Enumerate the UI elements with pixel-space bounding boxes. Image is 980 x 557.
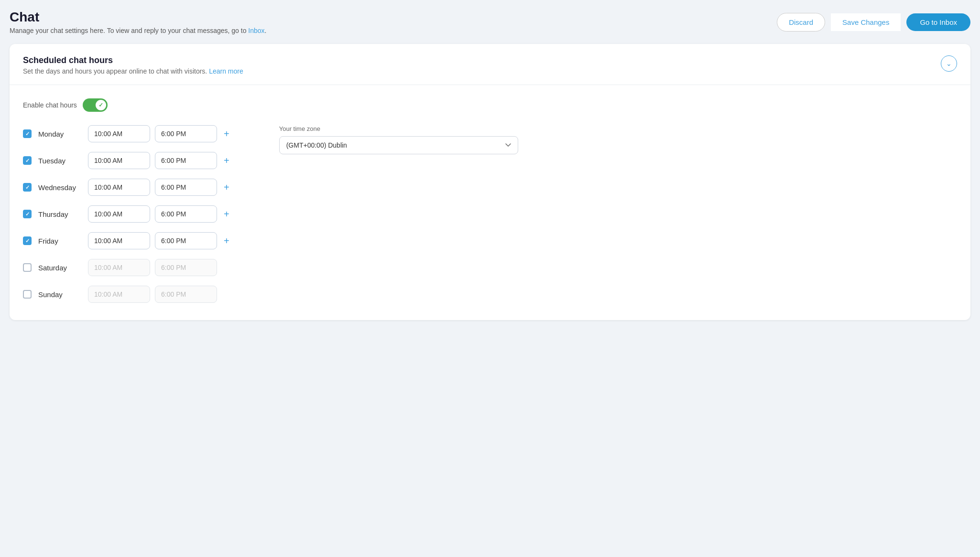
end-time-friday[interactable] [155, 232, 217, 249]
day-row: Wednesday+ [23, 179, 231, 196]
start-time-thursday[interactable] [88, 205, 150, 223]
day-name-friday: Friday [38, 237, 81, 245]
start-time-wednesday[interactable] [88, 179, 150, 196]
page-header: Chat Manage your chat settings here. To … [10, 10, 970, 34]
collapse-button[interactable]: ⌄ [941, 55, 957, 72]
add-slot-button-friday[interactable]: + [222, 236, 231, 246]
toggle-thumb [96, 100, 106, 110]
save-changes-button[interactable]: Save Changes [831, 13, 901, 31]
day-row: Monday+ [23, 125, 231, 142]
day-times-sunday [88, 286, 217, 303]
start-time-monday[interactable] [88, 125, 150, 142]
timezone-label: Your time zone [279, 125, 518, 132]
enable-chat-hours-toggle[interactable] [83, 98, 108, 112]
card-description: Set the days and hours you appear online… [23, 67, 243, 75]
day-name-saturday: Saturday [38, 264, 81, 272]
add-slot-button-tuesday[interactable]: + [222, 156, 231, 165]
days-section: Monday+Tuesday+Wednesday+Thursday+Friday… [23, 125, 231, 303]
day-checkbox-monday[interactable] [23, 129, 32, 138]
layout-container: Monday+Tuesday+Wednesday+Thursday+Friday… [23, 125, 957, 303]
end-time-wednesday[interactable] [155, 179, 217, 196]
day-times-saturday [88, 259, 217, 276]
page-subtitle: Manage your chat settings here. To view … [10, 27, 267, 34]
day-times-tuesday: + [88, 152, 231, 169]
day-checkbox-thursday[interactable] [23, 210, 32, 218]
header-actions: Discard Save Changes Go to Inbox [777, 13, 970, 32]
day-times-monday: + [88, 125, 231, 142]
add-slot-button-wednesday[interactable]: + [222, 182, 231, 192]
start-time-saturday [88, 259, 150, 276]
goto-inbox-button[interactable]: Go to Inbox [906, 13, 970, 31]
card-header: Scheduled chat hours Set the days and ho… [10, 44, 970, 85]
toggle-label: Enable chat hours [23, 101, 77, 109]
add-slot-button-monday[interactable]: + [222, 129, 231, 139]
subtitle-text: Manage your chat settings here. To view … [10, 27, 246, 34]
day-row: Saturday [23, 259, 231, 276]
day-name-monday: Monday [38, 130, 81, 138]
page-title-section: Chat Manage your chat settings here. To … [10, 10, 267, 34]
enable-toggle-row: Enable chat hours [23, 98, 957, 112]
day-checkbox-saturday[interactable] [23, 263, 32, 272]
start-time-sunday [88, 286, 150, 303]
end-time-saturday [155, 259, 217, 276]
day-checkbox-sunday[interactable] [23, 290, 32, 299]
day-row: Tuesday+ [23, 152, 231, 169]
day-row: Sunday [23, 286, 231, 303]
day-checkbox-friday[interactable] [23, 236, 32, 245]
learn-more-link[interactable]: Learn more [209, 67, 243, 75]
day-checkbox-tuesday[interactable] [23, 156, 32, 165]
timezone-section: Your time zone (GMT+00:00) Dublin [279, 125, 518, 154]
day-name-thursday: Thursday [38, 210, 81, 218]
discard-button[interactable]: Discard [777, 13, 825, 32]
inbox-link[interactable]: Inbox [248, 27, 264, 34]
day-name-wednesday: Wednesday [38, 183, 81, 192]
day-row: Thursday+ [23, 205, 231, 223]
timezone-select[interactable]: (GMT+00:00) Dublin [279, 136, 518, 154]
card-desc-text: Set the days and hours you appear online… [23, 67, 207, 75]
start-time-friday[interactable] [88, 232, 150, 249]
page-title: Chat [10, 10, 267, 25]
scheduled-chat-hours-card: Scheduled chat hours Set the days and ho… [10, 44, 970, 320]
chevron-up-icon: ⌄ [946, 60, 952, 67]
end-time-tuesday[interactable] [155, 152, 217, 169]
day-name-tuesday: Tuesday [38, 157, 81, 165]
card-title: Scheduled chat hours [23, 55, 243, 65]
add-slot-button-thursday[interactable]: + [222, 209, 231, 219]
start-time-tuesday[interactable] [88, 152, 150, 169]
day-times-thursday: + [88, 205, 231, 223]
day-checkbox-wednesday[interactable] [23, 183, 32, 192]
card-header-text: Scheduled chat hours Set the days and ho… [23, 55, 243, 75]
end-time-monday[interactable] [155, 125, 217, 142]
end-time-thursday[interactable] [155, 205, 217, 223]
end-time-sunday [155, 286, 217, 303]
card-body: Enable chat hours Monday+Tuesday+Wednesd… [10, 85, 970, 320]
day-row: Friday+ [23, 232, 231, 249]
day-name-sunday: Sunday [38, 290, 81, 299]
day-times-friday: + [88, 232, 231, 249]
day-times-wednesday: + [88, 179, 231, 196]
